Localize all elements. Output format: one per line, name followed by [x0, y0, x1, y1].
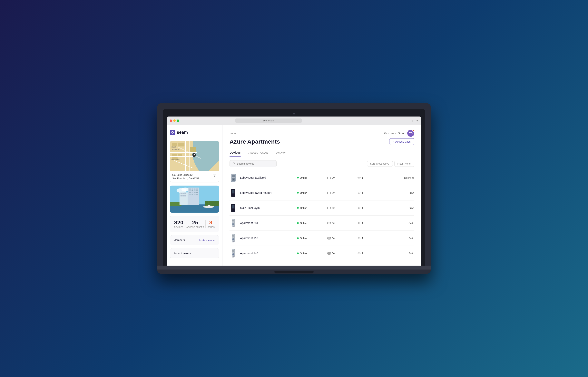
map-image: MISSION BAY OWPLACE SQUARE DESIGN DISTRI… — [170, 141, 219, 171]
table-row[interactable]: Lobby Door (Callbox) Online OK — [229, 170, 414, 185]
sort-label: Sort — [370, 162, 375, 165]
table-row[interactable]: Main Floor Gym Online OK 1 — [229, 200, 414, 216]
logo-icon — [170, 130, 175, 135]
camera — [293, 113, 295, 115]
access-pass-button[interactable]: + Access pass — [389, 138, 414, 145]
table-row[interactable]: Lobby Door (Card reader) Online OK — [229, 185, 414, 200]
devices-count: 320 — [174, 220, 183, 226]
tab-devices[interactable]: Devices — [229, 149, 241, 156]
svg-point-88 — [233, 239, 234, 240]
svg-rect-41 — [194, 192, 196, 193]
sort-button[interactable]: Sort Most active — [367, 161, 393, 167]
building-photo — [170, 186, 219, 213]
tab-activity[interactable]: Activity — [276, 149, 286, 156]
browser-chrome: seam.com ⬆ + — [167, 117, 421, 125]
svg-text:DESIGN DISTRICT: DESIGN DISTRICT — [171, 159, 180, 160]
svg-point-95 — [233, 254, 234, 255]
screen-bezel: seam.com ⬆ + — [163, 109, 425, 266]
filter-button[interactable]: Filter None — [394, 161, 414, 167]
device-icon — [229, 218, 237, 228]
svg-rect-42 — [196, 192, 198, 193]
device-keys: 1 — [357, 222, 384, 224]
status-dot — [297, 207, 299, 209]
svg-rect-43 — [189, 194, 191, 195]
share-icon[interactable]: ⬆ — [412, 119, 414, 123]
svg-rect-63 — [232, 175, 235, 177]
table-row[interactable]: Apartment 140 Online OK 1 — [229, 246, 414, 261]
svg-rect-30 — [188, 188, 199, 205]
search-input[interactable] — [237, 162, 274, 165]
url-bar[interactable]: seam.com — [235, 118, 302, 123]
svg-rect-55 — [182, 197, 184, 197]
device-lock: OK — [327, 222, 354, 224]
device-status: Online — [297, 191, 324, 194]
svg-rect-33 — [194, 188, 196, 189]
device-name: Main Floor Gym — [240, 206, 294, 210]
device-keys: 1 — [357, 176, 384, 179]
top-bar: Home Gemstone Group TG — [229, 130, 414, 137]
members-widget: Members Invite member — [170, 235, 219, 245]
svg-rect-70 — [232, 190, 234, 193]
device-status: Online — [297, 207, 324, 210]
sort-value: Most active — [376, 162, 389, 165]
svg-rect-37 — [194, 190, 196, 191]
maximize-button[interactable] — [177, 119, 179, 122]
page-title: Azure Apartments — [229, 138, 280, 145]
device-lock: OK — [327, 207, 354, 210]
svg-rect-79 — [232, 220, 234, 222]
device-status: Online — [297, 252, 324, 255]
svg-rect-86 — [232, 235, 234, 236]
device-status: Online — [297, 237, 324, 240]
search-box[interactable] — [229, 160, 277, 167]
access-passes-count: 25 — [186, 220, 204, 226]
svg-rect-52 — [182, 195, 184, 196]
svg-rect-49 — [182, 193, 184, 194]
traffic-lights — [170, 119, 179, 122]
members-label: Members — [173, 238, 185, 242]
svg-rect-9 — [178, 153, 182, 156]
new-tab-icon[interactable]: + — [417, 119, 418, 123]
minimize-button[interactable] — [173, 119, 176, 122]
company-name: Gemstone Group — [384, 132, 405, 135]
status-dot — [297, 222, 299, 224]
user-area: Gemstone Group TG — [384, 130, 414, 137]
table-row[interactable]: Apartment 118 Online OK 1 — [229, 231, 414, 246]
svg-rect-75 — [232, 205, 234, 208]
stand-notch — [274, 271, 314, 273]
filter-value: None — [405, 162, 411, 165]
logo: seam — [170, 129, 219, 138]
table-row[interactable]: Apartment 231 Online OK 1 — [229, 216, 414, 231]
svg-rect-46 — [196, 194, 198, 195]
close-button[interactable] — [170, 119, 172, 122]
device-keys: 1 — [357, 252, 384, 255]
svg-rect-89 — [233, 241, 234, 242]
tabs: Devices Access Passes Activity — [229, 149, 414, 156]
laptop-shell: seam.com ⬆ + — [157, 103, 431, 274]
filter-buttons: Sort Most active Filter None — [367, 161, 414, 167]
map-footer: 690 Long Bridge St San Francisco, CA 941… — [170, 171, 219, 182]
browser-window: seam.com ⬆ + — [167, 117, 421, 266]
invite-member-link[interactable]: Invite member — [199, 239, 215, 242]
map-expand-icon[interactable] — [213, 174, 216, 179]
svg-point-15 — [194, 154, 195, 155]
device-name: Lobby Door (Card reader) — [240, 191, 294, 194]
svg-rect-53 — [184, 195, 186, 196]
stat-access-passes: 25 ACCESS PASSES — [186, 220, 204, 228]
main-content: Home Gemstone Group TG Azure Apartments — [223, 125, 421, 266]
device-brand: Salto — [387, 222, 415, 224]
device-name: Apartment 140 — [240, 252, 294, 255]
app-layout: seam — [167, 125, 421, 266]
svg-rect-39 — [189, 192, 191, 193]
svg-rect-44 — [192, 194, 193, 195]
tab-access-passes[interactable]: Access Passes — [249, 149, 269, 156]
svg-rect-40 — [192, 192, 193, 193]
svg-rect-38 — [196, 190, 198, 191]
device-brand: Brivo — [387, 191, 415, 194]
svg-rect-96 — [233, 256, 234, 257]
stat-devices: 320 DEVICES — [174, 220, 183, 228]
svg-text:OWPLACE: OWPLACE — [171, 146, 176, 147]
svg-text:MISSION BAY: MISSION BAY — [172, 149, 180, 150]
devices-label: DEVICES — [174, 226, 183, 228]
avatar[interactable]: TG — [407, 130, 414, 137]
svg-rect-35 — [189, 190, 191, 191]
